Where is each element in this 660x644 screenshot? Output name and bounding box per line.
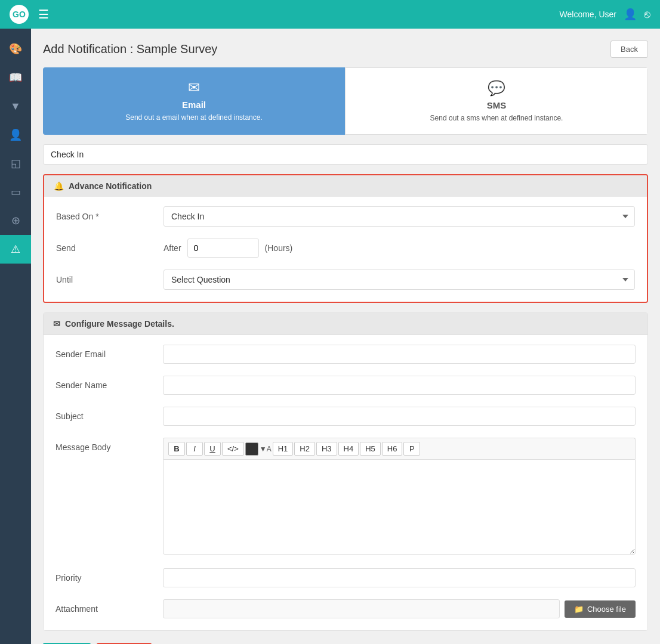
priority-control xyxy=(163,568,636,587)
checkin-field-wrap xyxy=(43,144,648,165)
main-content: Add Notification : Sample Survey Back ✉ … xyxy=(31,29,660,644)
subject-row: Subject xyxy=(55,407,636,426)
h3-button[interactable]: H3 xyxy=(316,442,337,456)
app-logo: GO xyxy=(10,5,29,24)
configure-message-body: Sender Email Sender Name Subject xyxy=(44,335,647,630)
based-on-row: Based On * Check In Check Out xyxy=(56,206,635,227)
priority-label: Priority xyxy=(55,573,163,583)
sender-name-input[interactable] xyxy=(163,376,636,395)
top-nav: GO ☰ Welcome, User 👤 ⎋ xyxy=(0,0,660,29)
sms-icon: 💬 xyxy=(488,80,505,97)
attachment-control: 📁 Choose file xyxy=(163,599,636,618)
subject-input[interactable] xyxy=(163,407,636,426)
sms-tab-label: SMS xyxy=(487,100,507,110)
rich-toolbar: B I U </> ▼A H1 H2 H3 H4 H5 H6 P xyxy=(163,438,636,459)
subject-label: Subject xyxy=(55,411,163,421)
sms-tab-desc: Send out a sms when at defined instance. xyxy=(430,114,563,122)
sender-name-label: Sender Name xyxy=(55,380,163,390)
folder-icon: 📁 xyxy=(574,605,584,614)
based-on-select[interactable]: Check In Check Out xyxy=(164,206,635,227)
choose-file-label: Choose file xyxy=(587,605,626,614)
logout-icon[interactable]: ⎋ xyxy=(644,8,650,21)
sidebar-item-layers[interactable]: ◱ xyxy=(0,149,31,178)
based-on-control: Check In Check Out xyxy=(164,206,635,227)
sidebar-item-dashboard[interactable]: 🎨 xyxy=(0,35,31,63)
sender-email-input[interactable] xyxy=(163,345,636,364)
send-control: After (Hours) xyxy=(164,239,635,258)
checkin-input[interactable] xyxy=(43,144,648,165)
attachment-row: Attachment 📁 Choose file xyxy=(55,599,636,618)
sidebar-item-filter[interactable]: ▼ xyxy=(0,92,31,120)
email-tab-label: Email xyxy=(182,100,206,110)
h5-button[interactable]: H5 xyxy=(360,442,381,456)
after-label: After xyxy=(164,243,181,253)
color-swatch[interactable] xyxy=(245,442,258,456)
email-tab-desc: Send out a email when at defined instanc… xyxy=(125,113,263,122)
based-on-label: Based On * xyxy=(56,212,164,221)
priority-input[interactable] xyxy=(163,568,636,587)
h6-button[interactable]: H6 xyxy=(382,442,403,456)
notification-tabs: ✉ Email Send out a email when at defined… xyxy=(43,67,648,135)
code-button[interactable]: </> xyxy=(222,442,244,456)
sidebar-item-notifications[interactable]: ⚠ xyxy=(0,235,31,264)
sidebar-item-globe[interactable]: ⊕ xyxy=(0,206,31,235)
attachment-text-input[interactable] xyxy=(163,599,560,618)
advance-notification-body: Based On * Check In Check Out Send After… xyxy=(44,197,647,302)
configure-message-title: Configure Message Details. xyxy=(65,319,174,329)
sender-name-control xyxy=(163,376,636,395)
underline-button[interactable]: U xyxy=(204,442,221,456)
choose-file-button[interactable]: 📁 Choose file xyxy=(565,600,636,618)
send-row: Send After (Hours) xyxy=(56,239,635,258)
advance-notification-header: 🔔 Advance Notification xyxy=(44,175,647,197)
hours-label: (Hours) xyxy=(265,243,293,253)
logo-text: GO xyxy=(13,10,26,19)
attachment-wrap: 📁 Choose file xyxy=(163,599,636,618)
sidebar: 🎨 📖 ▼ 👤 ◱ ▭ ⊕ ⚠ xyxy=(0,29,31,644)
tab-email[interactable]: ✉ Email Send out a email when at defined… xyxy=(43,67,345,135)
back-button[interactable]: Back xyxy=(610,41,648,58)
h4-button[interactable]: H4 xyxy=(338,442,359,456)
message-body-row: Message Body B I U </> ▼A H1 H2 H3 H4 H5 xyxy=(55,438,636,556)
until-control: Select Question xyxy=(164,270,635,290)
tab-sms[interactable]: 💬 SMS Send out a sms when at defined ins… xyxy=(345,67,648,135)
h2-button[interactable]: H2 xyxy=(294,442,315,456)
hamburger-icon[interactable]: ☰ xyxy=(38,7,49,21)
page-header: Add Notification : Sample Survey Back xyxy=(43,41,648,58)
sender-email-label: Sender Email xyxy=(55,349,163,359)
bell-icon: 🔔 xyxy=(54,181,64,191)
priority-row: Priority xyxy=(55,568,636,587)
welcome-text: Welcome, User xyxy=(560,10,616,19)
advance-notification-section: 🔔 Advance Notification Based On * Check … xyxy=(43,174,648,303)
sidebar-item-surveys[interactable]: 📖 xyxy=(0,63,31,92)
p-button[interactable]: P xyxy=(403,442,420,456)
sender-name-row: Sender Name xyxy=(55,376,636,395)
message-body-label: Message Body xyxy=(55,438,163,452)
attachment-label: Attachment xyxy=(55,604,163,614)
h1-button[interactable]: H1 xyxy=(273,442,294,456)
envelope-icon: ✉ xyxy=(53,319,60,329)
email-icon: ✉ xyxy=(188,79,200,96)
page-title: Add Notification : Sample Survey xyxy=(43,42,217,56)
message-body-textarea[interactable] xyxy=(163,459,636,555)
sender-email-control xyxy=(163,345,636,364)
subject-control xyxy=(163,407,636,426)
until-label: Until xyxy=(56,275,164,284)
advance-notification-title: Advance Notification xyxy=(69,181,152,191)
send-label: Send xyxy=(56,243,164,253)
sidebar-item-users[interactable]: 👤 xyxy=(0,120,31,149)
sidebar-item-layout[interactable]: ▭ xyxy=(0,178,31,206)
hours-input[interactable] xyxy=(187,239,259,258)
configure-message-header: ✉ Configure Message Details. xyxy=(44,313,647,335)
configure-message-section: ✉ Configure Message Details. Sender Emai… xyxy=(43,312,648,631)
sender-email-row: Sender Email xyxy=(55,345,636,364)
until-row: Until Select Question xyxy=(56,270,635,290)
bold-button[interactable]: B xyxy=(168,442,185,456)
user-icon[interactable]: 👤 xyxy=(624,8,637,21)
color-dropdown-icon[interactable]: ▼A xyxy=(260,445,272,453)
until-select[interactable]: Select Question xyxy=(164,270,635,290)
message-body-control: B I U </> ▼A H1 H2 H3 H4 H5 H6 P xyxy=(163,438,636,556)
italic-button[interactable]: I xyxy=(186,442,203,456)
